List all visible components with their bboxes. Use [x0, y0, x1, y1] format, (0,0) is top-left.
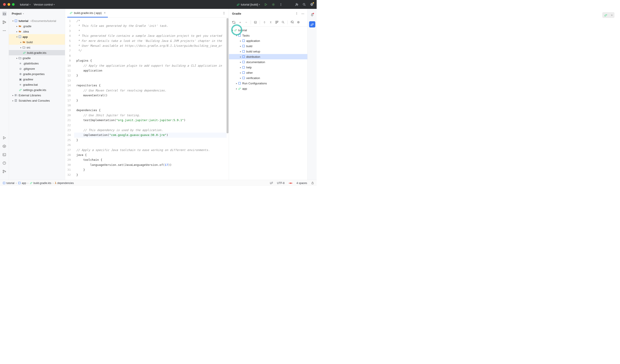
svg-point-30 — [296, 13, 297, 14]
project-root[interactable]: ▾ tutorial ~/Documents/tutorial — [9, 18, 65, 23]
chevron-down-icon[interactable]: ▾ — [23, 12, 24, 15]
ignore-icon: ⊘ — [19, 67, 22, 70]
services-tool-button[interactable] — [2, 144, 7, 148]
zoom-window[interactable] — [12, 3, 15, 6]
tree-item-build[interactable]: ▸ build — [9, 39, 65, 45]
collapse-all-button[interactable] — [268, 20, 273, 25]
dependencies-button[interactable] — [274, 20, 279, 25]
analyze-button[interactable] — [280, 20, 286, 25]
gradle-tree[interactable]: ▾ tutorial ▾ Tasks ▸application▸build▸bu… — [229, 27, 307, 180]
gradle-icon — [236, 3, 240, 6]
execute-task-button[interactable] — [253, 20, 258, 25]
root-path: ~/Documents/tutorial — [30, 19, 56, 23]
editor-scrollbar[interactable] — [226, 18, 229, 180]
folder-icon — [18, 25, 22, 28]
tree-item-gradle-dir[interactable]: ▸ .gradle — [9, 23, 65, 29]
file-encoding[interactable]: UTF-8 — [277, 182, 284, 185]
file-icon: ≡ — [19, 62, 22, 65]
problems-tool-button[interactable] — [2, 161, 7, 165]
build-settings-button[interactable] — [296, 20, 301, 25]
gradle-tasks-node[interactable]: ▾ Tasks — [229, 33, 307, 38]
tree-item-external-libraries[interactable]: ▸ External Libraries — [9, 92, 65, 98]
gradle-root[interactable]: ▾ tutorial — [229, 28, 307, 33]
gradle-task-group[interactable]: ▸other — [229, 70, 307, 75]
gradle-task-group[interactable]: ▸verification — [229, 75, 307, 81]
search-everywhere-icon[interactable] — [302, 3, 306, 6]
tree-item-src[interactable]: ▸ src — [9, 45, 65, 50]
svg-rect-44 — [243, 66, 245, 68]
settings-icon[interactable] — [310, 3, 313, 6]
project-tree[interactable]: ▾ tutorial ~/Documents/tutorial ▸ .gradl… — [9, 18, 65, 180]
svg-marker-16 — [4, 146, 5, 147]
gradle-file-icon — [23, 51, 26, 54]
gradle-task-group[interactable]: ▸application — [229, 38, 307, 43]
vcs-tool-button[interactable] — [2, 169, 7, 174]
more-tool-button[interactable] — [2, 28, 7, 33]
tree-item-settings-gradle[interactable]: settings.gradle.kts — [9, 87, 65, 92]
vcs-dropdown[interactable]: Version control ▾ — [34, 3, 55, 6]
gradle-tool-button[interactable] — [309, 21, 315, 28]
gradle-run-configs[interactable]: ▸ Run Configurations — [229, 81, 307, 86]
expand-all-button[interactable] — [262, 20, 267, 25]
reload-button[interactable] — [231, 20, 236, 25]
gradle-file-icon — [70, 11, 73, 15]
gradle-app-node[interactable]: ▸ app — [229, 86, 307, 91]
readonly-lock-icon[interactable] — [311, 182, 314, 184]
breadcrumbs[interactable]: tutorial›app›build.gradle.kts›λdependenc… — [3, 182, 74, 185]
svg-point-20 — [3, 172, 4, 173]
gradle-task-group[interactable]: ▸build — [229, 43, 307, 49]
close-tab-icon[interactable]: × — [104, 11, 106, 15]
close-window[interactable] — [3, 3, 6, 6]
breadcrumb-item[interactable]: build.gradle.kts — [30, 182, 51, 185]
task-folder-icon — [242, 50, 245, 53]
gradle-task-group[interactable]: ▸documentation — [229, 59, 307, 65]
terminal-tool-button[interactable] — [2, 152, 7, 157]
line-gutter: 1234567891011121314151617181920212223242… — [65, 18, 74, 180]
editor-area: build.gradle.kts (:app) × 12345678910111… — [65, 9, 229, 180]
offline-mode-button[interactable] — [289, 20, 295, 25]
tree-item-gradlew[interactable]: ▣ gradlew — [9, 76, 65, 82]
shell-icon: ▣ — [19, 78, 22, 81]
breadcrumb-item[interactable]: app — [18, 182, 26, 185]
tree-item-idea-dir[interactable]: ▸ .idea — [9, 29, 65, 34]
breadcrumb-item[interactable]: tutorial — [3, 182, 14, 185]
editor-tab[interactable]: build.gradle.kts (:app) × — [67, 9, 108, 17]
gradle-task-group[interactable]: ▸build setup — [229, 49, 307, 54]
run-tool-button[interactable] — [2, 136, 7, 140]
gradle-task-group[interactable]: ▸distribution — [229, 54, 307, 59]
debug-button[interactable] — [271, 3, 275, 6]
svg-point-1 — [273, 4, 274, 5]
gradle-task-group[interactable]: ▸help — [229, 65, 307, 70]
project-dropdown[interactable]: tutorial ▾ — [20, 3, 31, 6]
notifications-button[interactable] — [309, 12, 315, 18]
code-with-me-icon[interactable] — [295, 3, 298, 6]
run-button[interactable] — [264, 3, 267, 6]
code-editor[interactable]: 1234567891011121314151617181920212223242… — [65, 18, 229, 180]
project-tool-button[interactable] — [2, 12, 7, 16]
indent-guide-icon[interactable]: ⇥⇤ — [289, 182, 293, 185]
remove-button[interactable]: − — [244, 20, 249, 25]
tree-item-build-gradle-kts[interactable]: build.gradle.kts — [9, 50, 65, 55]
breadcrumb-item[interactable]: λdependencies — [55, 182, 74, 185]
line-separator[interactable]: LF — [270, 182, 273, 185]
code-body[interactable]: /* * This file was generated by the Grad… — [74, 18, 229, 180]
svg-point-11 — [3, 30, 3, 31]
tree-item-scratches[interactable]: ▸ Scratches and Consoles — [9, 98, 65, 103]
minimize-window[interactable] — [8, 3, 10, 6]
add-button[interactable]: ＋ — [237, 20, 243, 25]
tree-item-app[interactable]: ▾ app — [9, 34, 65, 39]
tree-item-gradlew-bat[interactable]: ≡ gradlew.bat — [9, 82, 65, 87]
tree-item-gitignore[interactable]: ⊘ .gitignore — [9, 66, 65, 71]
tree-item-gitattributes[interactable]: ≡ .gitattributes — [9, 61, 65, 66]
panel-options-icon[interactable] — [295, 12, 298, 15]
indent-setting[interactable]: 4 spaces — [296, 182, 307, 185]
structure-tool-button[interactable] — [2, 20, 7, 24]
hide-panel-icon[interactable]: — — [301, 12, 304, 15]
run-config-dropdown[interactable]: tutorial [build] ▾ — [236, 3, 260, 6]
tree-item-gradle-properties[interactable]: gradle.properties — [9, 71, 65, 76]
svg-point-12 — [4, 30, 5, 31]
more-menu[interactable] — [279, 3, 282, 6]
tree-item-gradle[interactable]: ▸ gradle — [9, 55, 65, 61]
svg-rect-50 — [312, 183, 313, 184]
tab-more-icon[interactable] — [222, 12, 226, 15]
